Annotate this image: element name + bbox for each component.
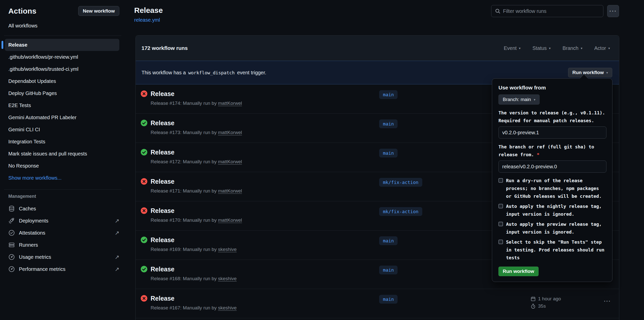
sidebar-item-workflow[interactable]: Mark stale issues and pull requests [0,148,125,160]
run-title-link[interactable]: Release [151,266,175,273]
run-main-column: Release Release #173: Manually run by ma… [141,119,379,143]
run-options-kebab-button[interactable]: ··· [604,298,611,318]
filter-workflow-runs-input[interactable] [503,8,594,14]
run-description: Release #171: Manually run by mattKorwel [151,188,242,194]
sidebar-item-workflow[interactable]: Dependabot Updates [0,75,125,87]
run-actor-link[interactable]: skeshive [218,247,237,252]
show-more-workflows-link[interactable]: Show more workflows... [0,172,125,184]
filter-dropdown[interactable]: Actor ▾ [594,45,610,51]
run-duration: 35s [530,303,561,309]
run-title-link[interactable]: Release [151,207,175,214]
sidebar-item-all-workflows[interactable]: All workflows [0,21,125,30]
ref-input-label: The branch or ref (full git sha) to rele… [498,143,607,158]
branch-badge[interactable]: main [379,295,398,304]
run-title-link[interactable]: Release [151,236,175,243]
run-status-icon [141,207,147,214]
workflow-page-title: Release [134,6,163,15]
checkbox[interactable] [498,178,503,183]
run-title-link[interactable]: Release [151,149,175,156]
run-actor-link[interactable]: mattKorwel [218,217,242,223]
sidebar-item-workflow[interactable]: Gemini CLI CI [0,123,125,136]
management-label: Usage metrics [19,254,51,260]
filter-dropdown[interactable]: Event ▾ [504,45,521,51]
workflow-file-link[interactable]: release.yml [134,17,160,23]
sidebar-item-workflow[interactable]: Integration Tests [0,136,125,148]
sidebar-item-management[interactable]: Performance metrics ↗ [0,263,125,275]
run-title-link[interactable]: Release [151,90,175,97]
branch-selector-button[interactable]: Branch: main ▾ [498,94,540,105]
run-text: Release Release #172: Manually run by ma… [151,148,242,172]
branch-badge[interactable]: main [379,266,398,274]
run-text: Release Release #169: Manually run by sk… [151,236,237,260]
run-title-link[interactable]: Release [151,119,175,126]
sidebar-item-workflow[interactable]: No Response [0,160,125,172]
branch-selector-label: Branch: main [503,97,531,102]
branch-badge[interactable]: main [379,90,398,99]
filter-dropdown[interactable]: Branch ▾ [563,45,582,51]
run-actor-link[interactable]: mattKorwel [218,130,242,135]
workflow-label: E2E Tests [8,103,31,108]
filter-workflow-runs-box[interactable] [491,5,603,17]
checkbox[interactable] [498,240,503,244]
sidebar-item-management[interactable]: Deployments ↗ [0,215,125,227]
filter-dropdown-label: Status [533,45,547,51]
run-description-text: Release #170: Manually run by [151,217,217,223]
run-time-label: 1 hour ago [538,296,561,302]
sidebar-item-workflow[interactable]: Deploy GitHub Pages [0,87,125,99]
checkbox-row[interactable]: Run a dry-run of the release process; no… [498,177,606,200]
banner-prefix: This workflow has a [142,70,186,75]
branch-badge[interactable]: main [379,149,398,157]
run-title-link[interactable]: Release [151,295,175,302]
checkbox-row[interactable]: Auto apply the nightly release tag, inpu… [498,202,606,218]
run-actor-link[interactable]: skeshive [218,276,237,281]
run-text: Release Release #173: Manually run by ma… [151,119,242,143]
run-main-column: Release Release #170: Manually run by ma… [141,207,379,230]
branch-badge[interactable]: main [379,119,398,128]
run-description: Release #173: Manually run by mattKorwel [151,130,242,135]
run-actor-link[interactable]: mattKorwel [218,101,242,106]
run-description: Release #174: Manually run by mattKorwel [151,101,242,106]
sidebar-item-workflow[interactable]: Gemini Automated PR Labeler [0,111,125,123]
management-icon [8,217,15,224]
filter-dropdown[interactable]: Status ▾ [533,45,551,51]
workflow-list: Release .github/workflows/pr-review.yml … [0,39,125,172]
workflow-label: Release [8,42,27,48]
version-input[interactable] [498,126,606,139]
run-workflow-dropdown-label: Run workflow [572,70,604,75]
checkbox-row[interactable]: Auto apply the preview release tag, inpu… [498,220,606,236]
sidebar-item-workflow[interactable]: Release [5,39,119,51]
workflow-run-row[interactable]: Release Release #167: Manually run by sk… [136,289,619,318]
checkbox-label: Auto apply the nightly release tag, inpu… [506,202,606,218]
sidebar-item-management[interactable]: Usage metrics ↗ [0,251,125,263]
run-actor-link[interactable]: mattKorwel [218,159,242,164]
management-label: Runners [19,242,38,248]
sidebar-item-workflow[interactable]: E2E Tests [0,99,125,111]
sidebar-item-workflow[interactable]: .github/workflows/trusted-ci.yml [0,63,125,75]
checkbox[interactable] [498,222,503,226]
workflow-label: Integration Tests [8,139,45,145]
run-title-link[interactable]: Release [151,178,175,185]
ref-input[interactable] [498,161,606,173]
management-icon [8,254,15,260]
sidebar-item-workflow[interactable]: .github/workflows/pr-review.yml [0,51,125,63]
new-workflow-button[interactable]: New workflow [78,6,119,16]
run-workflow-dropdown-button[interactable]: Run workflow ▾ [568,68,612,77]
checkbox[interactable] [498,204,503,208]
checkbox-row[interactable]: Select to skip the "Run Tests" step in t… [498,238,606,262]
external-link-icon: ↗ [115,254,119,260]
run-description-text: Release #174: Manually run by [151,101,217,106]
runs-card-header: 172 workflow runs Event ▾ Status ▾ Branc… [136,36,619,61]
sidebar-divider [4,189,121,190]
sidebar-item-management[interactable]: Runners ↗ [0,239,125,251]
stopwatch-icon [530,304,536,309]
sidebar-item-management[interactable]: Attestations ↗ [0,227,125,239]
branch-badge[interactable]: mk/fix-action [379,178,422,187]
run-workflow-submit-button[interactable]: Run workflow [498,267,539,276]
branch-badge[interactable]: mk/fix-action [379,207,422,216]
branch-badge[interactable]: main [379,236,398,245]
run-actor-link[interactable]: mattKorwel [218,188,242,194]
workflow-options-kebab-button[interactable]: ··· [607,5,619,17]
management-section-label: Management [0,194,125,199]
run-actor-link[interactable]: skeshive [218,305,237,310]
sidebar-item-management[interactable]: Caches ↗ [0,203,125,215]
